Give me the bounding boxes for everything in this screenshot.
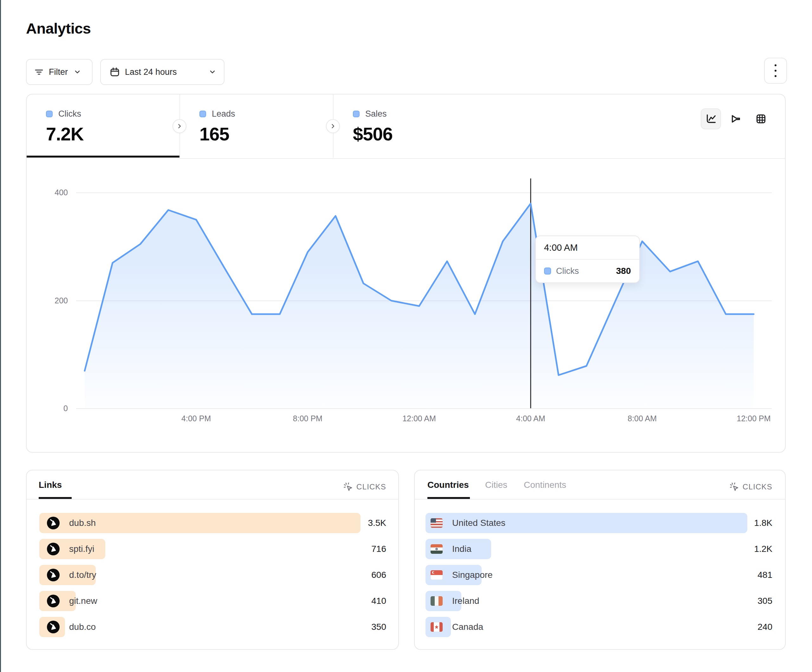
- x-axis-tick-label: 12:00 AM: [391, 414, 448, 423]
- country-label: India: [452, 544, 471, 554]
- tab-countries[interactable]: Countries: [427, 480, 469, 490]
- country-row[interactable]: Canada240: [425, 617, 773, 637]
- countries-panel: Countries Cities Continents CLICKS Unite…: [414, 470, 786, 650]
- links-metric-label: CLICKS: [357, 483, 386, 491]
- flag-ie-icon: [431, 596, 443, 606]
- analytics-chart-card: Clicks 7.2K Leads 165 Sales $506: [26, 94, 786, 453]
- date-range-label: Last 24 hours: [125, 67, 177, 77]
- flag-us-icon: [431, 518, 443, 528]
- tab-continents[interactable]: Continents: [524, 480, 566, 490]
- table-view-button[interactable]: [751, 108, 771, 129]
- countries-metric-label: CLICKS: [742, 483, 773, 491]
- country-label: Ireland: [452, 596, 479, 606]
- more-options-button[interactable]: [764, 58, 787, 84]
- tooltip-time: 4:00 AM: [536, 236, 639, 259]
- x-axis-tick-label: 8:00 PM: [279, 414, 336, 423]
- link-label: spti.fyi: [69, 544, 94, 554]
- line-chart-view-button[interactable]: [701, 108, 721, 129]
- country-label: United States: [452, 518, 505, 528]
- country-row[interactable]: Ireland305: [425, 591, 773, 611]
- cursor-click-icon: [343, 482, 353, 492]
- links-metric-selector[interactable]: CLICKS: [343, 482, 386, 492]
- metric-tabs-row: Clicks 7.2K Leads 165 Sales $506: [27, 94, 785, 159]
- clicks-value: 305: [757, 596, 773, 606]
- countries-metric-selector[interactable]: CLICKS: [729, 482, 773, 492]
- clicks-value: 3.5K: [368, 518, 386, 528]
- tab-clicks[interactable]: Clicks 7.2K: [27, 94, 179, 157]
- flag-ca-icon: [431, 622, 443, 632]
- metric-label: Leads: [212, 109, 235, 119]
- metric-value: $506: [353, 123, 498, 145]
- tooltip-series-label: Clicks: [556, 266, 579, 276]
- chevron-right-icon: [177, 123, 182, 129]
- country-label: Singapore: [452, 570, 493, 580]
- country-row[interactable]: United States1.8K: [425, 513, 773, 533]
- metric-label: Clicks: [58, 109, 81, 119]
- funnel-chart-icon: [730, 113, 742, 125]
- country-label: Canada: [452, 622, 483, 632]
- date-range-button[interactable]: Last 24 hours: [100, 59, 225, 85]
- filter-button-label: Filter: [49, 67, 68, 77]
- panel-divider: [415, 499, 785, 500]
- expand-metric-button[interactable]: [326, 119, 340, 133]
- dub-logo-icon: [47, 569, 60, 582]
- links-list: dub.sh3.5Kspti.fyi716d.to/try606git.new4…: [39, 513, 386, 643]
- tab-leads[interactable]: Leads 165: [179, 94, 333, 157]
- tab-sales[interactable]: Sales $506: [333, 94, 498, 157]
- x-axis-tick-label: 4:00 AM: [502, 414, 559, 423]
- expand-metric-button[interactable]: [172, 119, 186, 133]
- links-panel: Links CLICKS dub.sh3.5Kspti.fyi716d.to/t…: [26, 470, 399, 650]
- x-axis-tick-label: 4:00 PM: [168, 414, 225, 423]
- tooltip-series-value: 380: [616, 266, 631, 276]
- table-grid-icon: [755, 113, 767, 125]
- metric-value: 165: [200, 123, 333, 145]
- leads-swatch-icon: [200, 111, 206, 117]
- chart-tooltip: 4:00 AM Clicks 380: [535, 235, 640, 283]
- line-chart-icon: [705, 113, 716, 125]
- clicks-value: 1.2K: [754, 544, 773, 554]
- tab-cities[interactable]: Cities: [485, 480, 507, 490]
- filter-button[interactable]: Filter: [26, 59, 92, 85]
- tooltip-series-swatch-icon: [544, 268, 551, 275]
- tab-links[interactable]: Links: [39, 480, 62, 490]
- link-row[interactable]: dub.co350: [39, 617, 386, 637]
- chart-view-toggles: [701, 108, 771, 129]
- kebab-menu-icon: [774, 64, 776, 77]
- clicks-value: 1.8K: [754, 518, 773, 528]
- link-label: dub.sh: [69, 518, 96, 528]
- funnel-chart-view-button[interactable]: [726, 108, 746, 129]
- dub-logo-icon: [47, 621, 60, 633]
- countries-list: United States1.8KIndia1.2KSingapore481Ir…: [425, 513, 773, 643]
- country-row[interactable]: Singapore481: [425, 565, 773, 585]
- y-axis-tick-label: 200: [29, 296, 68, 305]
- clicks-value: 481: [757, 570, 773, 580]
- cursor-click-icon: [729, 482, 739, 492]
- x-axis-tick-label: 8:00 AM: [614, 414, 670, 423]
- panel-divider: [27, 499, 398, 500]
- gridline: [76, 408, 772, 409]
- x-axis-tick-label: 12:00 PM: [725, 414, 782, 423]
- flag-sg-icon: [431, 570, 443, 580]
- link-label: dub.co: [69, 622, 96, 632]
- link-row[interactable]: spti.fyi716: [39, 539, 386, 559]
- clicks-value: 410: [371, 596, 386, 606]
- filter-icon: [34, 67, 44, 77]
- gridline: [76, 193, 772, 193]
- left-accent-border: [0, 0, 1, 672]
- page-title: Analytics: [26, 20, 91, 37]
- flag-in-icon: [431, 544, 443, 554]
- calendar-icon: [110, 67, 120, 77]
- dub-logo-icon: [47, 517, 60, 529]
- active-tab-underline: [27, 156, 179, 157]
- link-label: d.to/try: [69, 570, 96, 580]
- clicks-value: 240: [757, 622, 773, 632]
- sales-swatch-icon: [353, 111, 360, 117]
- dub-logo-icon: [47, 543, 60, 555]
- link-row[interactable]: dub.sh3.5K: [39, 513, 386, 533]
- link-row[interactable]: git.new410: [39, 591, 386, 611]
- link-row[interactable]: d.to/try606: [39, 565, 386, 585]
- country-row[interactable]: India1.2K: [425, 539, 773, 559]
- dub-logo-icon: [47, 595, 60, 607]
- gridline: [76, 300, 772, 301]
- link-label: git.new: [69, 596, 97, 606]
